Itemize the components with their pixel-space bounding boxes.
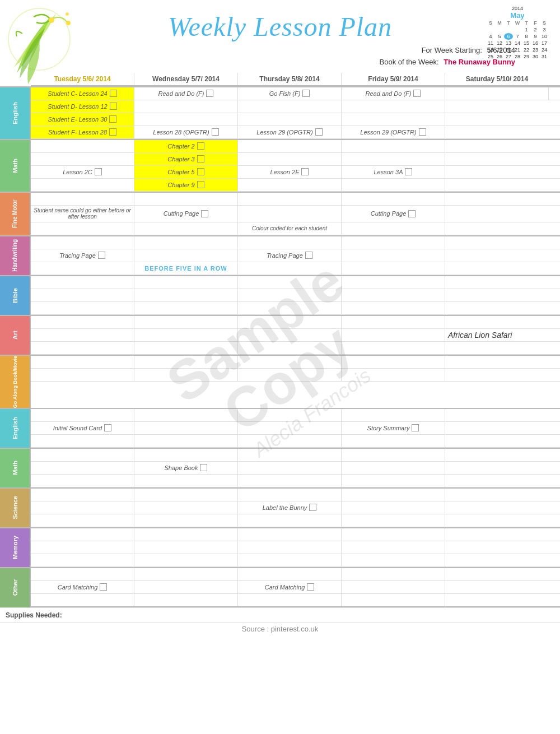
- eng-tue-3-checkbox[interactable]: [109, 115, 116, 123]
- fm-wed-3: [134, 222, 238, 235]
- fm-wed-2-checkbox[interactable]: [201, 210, 208, 217]
- math-tue-1: [31, 140, 134, 152]
- eng-thu-1-checkbox[interactable]: [302, 90, 310, 97]
- fm-thu-3: Colour coded for each student: [238, 222, 342, 235]
- math-label: Math: [0, 140, 31, 192]
- hw-tue-2-checkbox[interactable]: [98, 252, 105, 259]
- english2-section: English Initial Sound Card Story Summary: [0, 408, 560, 448]
- fm-sat-2: [445, 206, 549, 222]
- oth-thu-2-checkbox[interactable]: [307, 583, 314, 591]
- other-label: Other: [0, 568, 31, 607]
- book-label: Book of the Week:: [380, 58, 439, 66]
- source-text: Source : pinterest.co.uk: [242, 625, 319, 633]
- supplies-area: Supplies Needed:: [0, 607, 560, 622]
- eng-tue-1-checkbox[interactable]: [110, 90, 117, 97]
- eng-thu-4-checkbox[interactable]: [315, 128, 323, 136]
- handwriting-label: Handwriting: [0, 236, 31, 275]
- math-wed-4-checkbox[interactable]: [197, 181, 204, 188]
- hw-thu-2-checkbox[interactable]: [305, 252, 312, 259]
- hw-fri-3: [342, 262, 445, 275]
- cal-month: May: [486, 11, 549, 20]
- bible-row-1: [31, 276, 560, 289]
- sci-thu-2-checkbox[interactable]: [309, 504, 316, 511]
- art-row-2: African Lion Safari: [31, 329, 560, 342]
- math-wed-1-checkbox[interactable]: [197, 142, 204, 150]
- math-wed-3: Chapter 5: [134, 166, 238, 178]
- math-thu-3-checkbox[interactable]: [301, 168, 309, 175]
- math-wed-1: Chapter 2: [134, 140, 238, 152]
- svg-point-2: [66, 21, 71, 25]
- art-section: Art African Lion Safari: [0, 315, 560, 355]
- math-tue-4: [31, 179, 134, 191]
- fm-fri-2: Cutting Page: [342, 206, 445, 222]
- handwriting-section: Handwriting Tracing Page Tracing Page: [0, 235, 560, 275]
- eng-tue-4-checkbox[interactable]: [109, 128, 116, 136]
- fm-tue-3: [31, 222, 134, 235]
- m2-wed-2-checkbox[interactable]: [200, 464, 207, 471]
- math-thu-3: Lesson 2E: [238, 166, 342, 178]
- eng-fri-4-checkbox[interactable]: [419, 128, 426, 136]
- math-fri-3-checkbox[interactable]: [405, 168, 412, 175]
- sci-row-3: [31, 514, 560, 527]
- memory-rows: [31, 528, 560, 567]
- eng-thu-1: Go Fish (F): [238, 87, 342, 100]
- eng-wed-1-checkbox[interactable]: [206, 90, 213, 97]
- science-label-text: Science: [12, 496, 18, 519]
- math-tue-3-checkbox[interactable]: [95, 168, 102, 175]
- hw-row-1: [31, 236, 560, 249]
- fm-fri-2-checkbox[interactable]: [408, 210, 416, 217]
- eng-thu-4: Lesson 29 (OPGTR): [238, 126, 342, 138]
- fm-tue-2: Student name could go either before or a…: [31, 206, 134, 222]
- memory-section: Memory: [0, 527, 560, 567]
- hw-thu-2: Tracing Page: [238, 249, 342, 262]
- ga-row-2: [31, 369, 560, 382]
- eng-fri-1-checkbox[interactable]: [413, 90, 421, 97]
- oth-tue-2-checkbox[interactable]: [100, 583, 107, 591]
- bible-row-2: [31, 289, 560, 302]
- e2-tue-2-checkbox[interactable]: [104, 424, 111, 431]
- math-label-text: Math: [12, 159, 18, 173]
- week-starting-label: For Week Starting:: [422, 46, 482, 54]
- cal-year: 2014: [486, 6, 549, 11]
- m2-row-1: [31, 449, 560, 462]
- svg-point-3: [66, 12, 69, 16]
- hw-fri-2: [342, 249, 445, 262]
- english-row-1: Student C- Lesson 24 Read and Do (F) Go …: [31, 87, 560, 100]
- m2-wed-2: Shape Book: [134, 462, 238, 474]
- col-header-thu: Thursday 5/8/ 2014: [238, 73, 342, 85]
- memory-label-text: Memory: [12, 536, 18, 559]
- e2-fri-2-checkbox[interactable]: [412, 424, 419, 431]
- math-row-2: Chapter 3: [31, 153, 560, 166]
- math-thu-2: [238, 153, 342, 165]
- oth-row-1: [31, 568, 560, 581]
- math-wed-3-checkbox[interactable]: [197, 168, 204, 175]
- eng-fri-3: [342, 113, 445, 126]
- hw-wed-1: [134, 236, 238, 249]
- math-wed-2-checkbox[interactable]: [197, 155, 204, 162]
- eng-sat-3: [445, 113, 549, 126]
- math2-label-text: Math: [12, 461, 18, 475]
- fine-motor-rows: Student name could go either before or a…: [31, 193, 560, 235]
- oth-tue-2: Card Matching: [31, 581, 134, 593]
- col-header-wed: Wednesday 5/7/ 2014: [134, 73, 238, 85]
- english-rows: Student C- Lesson 24 Read and Do (F) Go …: [31, 87, 560, 139]
- eng-tue-1: Student C- Lesson 24: [31, 87, 134, 100]
- eng-tue-2-checkbox[interactable]: [110, 103, 117, 110]
- math-row-3: Lesson 2C Chapter 5 Lesson 2E Lesson 3A: [31, 166, 560, 179]
- science-rows: Label the Bunny: [31, 489, 560, 527]
- math-fri-3: Lesson 3A: [342, 166, 445, 178]
- hw-row-2: Tracing Page Tracing Page: [31, 249, 560, 262]
- e2-fri-2: Story Summary: [342, 422, 445, 434]
- math-thu-4: [238, 179, 342, 191]
- eng-wed-4-checkbox[interactable]: [212, 128, 219, 136]
- bible-rows: [31, 276, 560, 315]
- eng-thu-3: [238, 113, 342, 126]
- e2-row-2: Initial Sound Card Story Summary: [31, 422, 560, 435]
- fm-thu-2: [238, 206, 342, 222]
- eng-sat-1: [445, 87, 549, 100]
- fine-motor-section: Fine Motor Student name could go either …: [0, 192, 560, 235]
- handwriting-label-text: Handwriting: [12, 239, 18, 272]
- english2-label: English: [0, 409, 31, 448]
- art-rows: African Lion Safari: [31, 316, 560, 355]
- fm-row-1: [31, 193, 560, 206]
